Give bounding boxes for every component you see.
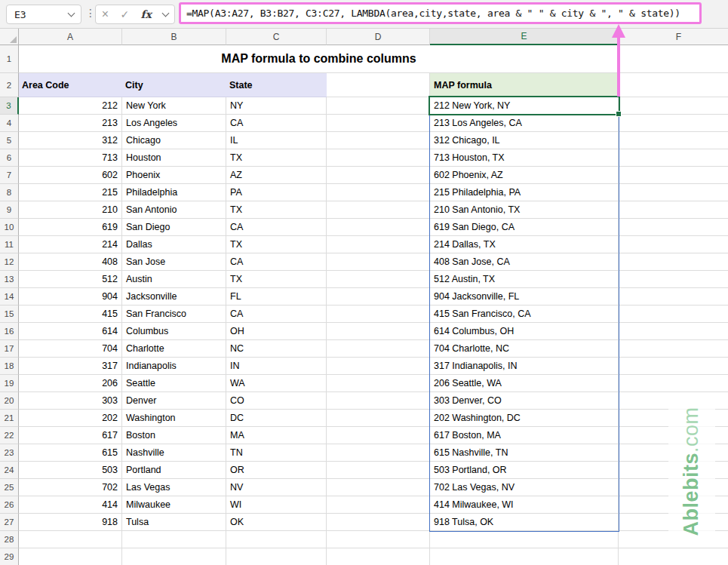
cell-B5[interactable]: Chicago	[122, 132, 226, 149]
cell-E28[interactable]	[430, 531, 619, 548]
cell-C14[interactable]: FL	[226, 288, 327, 306]
cell-E20[interactable]: 303 Denver, CO	[430, 392, 619, 410]
cell-A28[interactable]	[19, 531, 122, 548]
cell-E26[interactable]: 414 Milwaukee, WI	[430, 496, 619, 514]
row-header-27[interactable]: 27	[0, 514, 19, 531]
cell-A19[interactable]: 206	[19, 375, 122, 392]
cell-F16[interactable]	[619, 323, 728, 340]
cell-B20[interactable]: Denver	[122, 392, 226, 410]
cell-E19[interactable]: 206 Seattle, WA	[430, 375, 619, 392]
cell-B22[interactable]: Boston	[122, 427, 226, 444]
cell-D21[interactable]	[327, 410, 430, 427]
cell-E17[interactable]: 704 Charlotte, NC	[430, 340, 619, 358]
cell-D22[interactable]	[327, 427, 430, 444]
cell-E6[interactable]: 713 Houston, TX	[430, 149, 619, 167]
cell-F5[interactable]	[619, 132, 728, 149]
cell-A20[interactable]: 303	[19, 392, 122, 410]
cell-F2[interactable]	[619, 73, 728, 97]
row-header-10[interactable]: 10	[0, 219, 19, 236]
cell-B7[interactable]: Phoenix	[122, 167, 226, 184]
row-header-26[interactable]: 26	[0, 496, 19, 514]
cell-B21[interactable]: Washington	[122, 410, 226, 427]
cell-D7[interactable]	[327, 167, 430, 184]
row-header-19[interactable]: 19	[0, 375, 19, 392]
row-header-9[interactable]: 9	[0, 201, 19, 219]
cell-E11[interactable]: 214 Dallas, TX	[430, 236, 619, 253]
cell-D8[interactable]	[327, 184, 430, 201]
cell-E23[interactable]: 615 Nashville, TN	[430, 444, 619, 462]
cell-A4[interactable]: 213	[19, 115, 122, 132]
column-header-B[interactable]: B	[122, 29, 226, 45]
cell-A22[interactable]: 617	[19, 427, 122, 444]
cell-B3[interactable]: New York	[122, 97, 226, 115]
cell-A12[interactable]: 408	[19, 253, 122, 271]
cell-title-row1[interactable]: MAP formula to combine columns	[19, 45, 728, 73]
cell-C19[interactable]: WA	[226, 375, 327, 392]
row-header-4[interactable]: 4	[0, 115, 19, 132]
row-header-18[interactable]: 18	[0, 358, 19, 375]
cell-E27[interactable]: 918 Tulsa, OK	[430, 514, 619, 531]
cell-D11[interactable]	[327, 236, 430, 253]
cell-A8[interactable]: 215	[19, 184, 122, 201]
row-header-24[interactable]: 24	[0, 462, 19, 479]
cell-E12[interactable]: 408 San Jose, CA	[430, 253, 619, 271]
cell-B28[interactable]	[122, 531, 226, 548]
cell-C13[interactable]: TX	[226, 271, 327, 288]
cell-D14[interactable]	[327, 288, 430, 306]
row-header-5[interactable]: 5	[0, 132, 19, 149]
row-header-3[interactable]: 3	[0, 97, 19, 115]
cell-D16[interactable]	[327, 323, 430, 340]
row-header-17[interactable]: 17	[0, 340, 19, 358]
cell-E14[interactable]: 904 Jacksonville, FL	[430, 288, 619, 306]
cell-A17[interactable]: 704	[19, 340, 122, 358]
name-box[interactable]: E3	[6, 5, 81, 24]
cell-A15[interactable]: 415	[19, 306, 122, 323]
cell-A27[interactable]: 918	[19, 514, 122, 531]
fill-handle[interactable]	[616, 111, 622, 117]
cell-B9[interactable]: San Antonio	[122, 201, 226, 219]
cell-B18[interactable]: Indianapolis	[122, 358, 226, 375]
cell-F4[interactable]	[619, 115, 728, 132]
cell-C22[interactable]: MA	[226, 427, 327, 444]
cell-C10[interactable]: CA	[226, 219, 327, 236]
row-header-15[interactable]: 15	[0, 306, 19, 323]
cell-C11[interactable]: TX	[226, 236, 327, 253]
cell-C25[interactable]: NV	[226, 479, 327, 496]
cell-B14[interactable]: Jacksonville	[122, 288, 226, 306]
column-header-E[interactable]: E	[430, 29, 619, 45]
cell-D2[interactable]	[327, 73, 430, 97]
row-header-20[interactable]: 20	[0, 392, 19, 410]
cell-F17[interactable]	[619, 340, 728, 358]
row-header-7[interactable]: 7	[0, 167, 19, 184]
cell-C20[interactable]: CO	[226, 392, 327, 410]
select-all-corner[interactable]	[0, 29, 19, 45]
cell-E10[interactable]: 619 San Diego, CA	[430, 219, 619, 236]
cell-C17[interactable]: NC	[226, 340, 327, 358]
cell-E16[interactable]: 614 Columbus, OH	[430, 323, 619, 340]
row-header-25[interactable]: 25	[0, 479, 19, 496]
cell-E3[interactable]: 212 New York, NY	[430, 97, 619, 115]
cell-D5[interactable]	[327, 132, 430, 149]
cell-A6[interactable]: 713	[19, 149, 122, 167]
cell-C12[interactable]: CA	[226, 253, 327, 271]
cell-D26[interactable]	[327, 496, 430, 514]
cell-D25[interactable]	[327, 479, 430, 496]
row-header-14[interactable]: 14	[0, 288, 19, 306]
column-header-F[interactable]: F	[619, 29, 728, 45]
cell-D18[interactable]	[327, 358, 430, 375]
cell-D15[interactable]	[327, 306, 430, 323]
cell-E9[interactable]: 210 San Antonio, TX	[430, 201, 619, 219]
column-header-A[interactable]: A	[19, 29, 122, 45]
cell-A11[interactable]: 214	[19, 236, 122, 253]
cell-C5[interactable]: IL	[226, 132, 327, 149]
cell-F29[interactable]	[619, 548, 728, 565]
enter-icon[interactable]: ✓	[120, 9, 129, 20]
cell-B29[interactable]	[122, 548, 226, 565]
cell-E21[interactable]: 202 Washington, DC	[430, 410, 619, 427]
cell-D28[interactable]	[327, 531, 430, 548]
source-header-band[interactable]: Area Code City State	[19, 73, 327, 97]
cell-A18[interactable]: 317	[19, 358, 122, 375]
cell-C21[interactable]: DC	[226, 410, 327, 427]
cell-C16[interactable]: OH	[226, 323, 327, 340]
cell-A25[interactable]: 702	[19, 479, 122, 496]
